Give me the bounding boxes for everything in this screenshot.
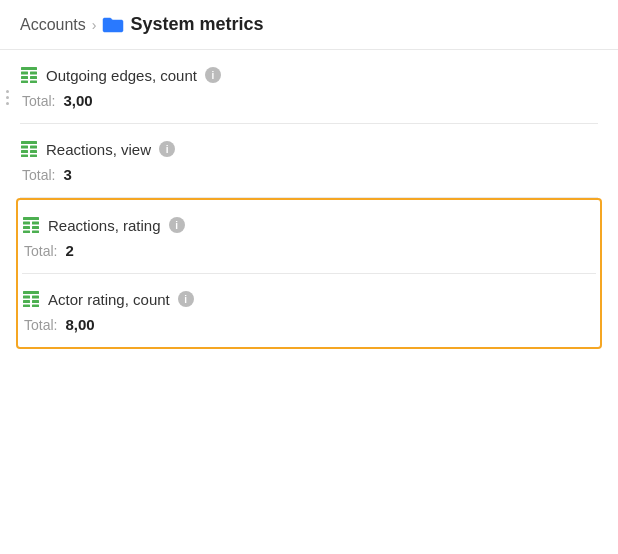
drag-handle[interactable] <box>6 90 9 105</box>
metric-total: Total: 8,00 <box>22 316 596 333</box>
metric-name: Reactions, view <box>46 141 151 158</box>
svg-rect-14 <box>23 217 39 220</box>
metric-total-label: Total: <box>24 317 57 333</box>
svg-rect-8 <box>21 146 28 149</box>
svg-rect-21 <box>23 291 39 294</box>
metric-table-icon <box>20 66 38 84</box>
metric-header: Reactions, view i <box>20 140 598 158</box>
metric-total-value: 3,00 <box>63 92 92 109</box>
svg-rect-27 <box>32 305 39 308</box>
svg-rect-20 <box>32 231 39 234</box>
metric-item-outgoing-edges: Outgoing edges, count i Total: 3,00 <box>20 50 598 124</box>
breadcrumb: Accounts › System metrics <box>0 0 618 50</box>
info-icon[interactable]: i <box>205 67 221 83</box>
svg-rect-5 <box>21 81 28 84</box>
metric-table-icon <box>22 216 40 234</box>
svg-rect-18 <box>32 226 39 229</box>
metric-name: Outgoing edges, count <box>46 67 197 84</box>
metrics-content: Outgoing edges, count i Total: 3,00 <box>0 50 618 349</box>
metric-table-icon <box>20 140 38 158</box>
metric-name: Actor rating, count <box>48 291 170 308</box>
svg-rect-4 <box>30 76 37 79</box>
content-wrapper: Outgoing edges, count i Total: 3,00 <box>0 50 618 349</box>
metric-total: Total: 2 <box>22 242 596 259</box>
svg-rect-2 <box>30 72 37 75</box>
metric-total: Total: 3 <box>20 166 598 183</box>
highlighted-metrics-box: Reactions, rating i Total: 2 <box>16 198 602 349</box>
svg-rect-24 <box>23 300 30 303</box>
svg-rect-10 <box>21 150 28 153</box>
breadcrumb-separator: › <box>92 17 97 33</box>
svg-rect-16 <box>32 222 39 225</box>
drag-dot <box>6 90 9 93</box>
svg-rect-26 <box>23 305 30 308</box>
info-icon[interactable]: i <box>159 141 175 157</box>
metric-table-icon <box>22 290 40 308</box>
svg-rect-3 <box>21 76 28 79</box>
metric-total-value: 8,00 <box>65 316 94 333</box>
info-icon[interactable]: i <box>169 217 185 233</box>
svg-rect-11 <box>30 150 37 153</box>
breadcrumb-current-title: System metrics <box>130 14 263 35</box>
drag-dot <box>6 102 9 105</box>
metric-total-label: Total: <box>24 243 57 259</box>
svg-rect-19 <box>23 231 30 234</box>
folder-icon <box>102 16 124 33</box>
info-icon[interactable]: i <box>178 291 194 307</box>
svg-rect-9 <box>30 146 37 149</box>
metric-total-value: 3 <box>63 166 71 183</box>
metric-total: Total: 3,00 <box>20 92 598 109</box>
svg-rect-15 <box>23 222 30 225</box>
svg-rect-1 <box>21 72 28 75</box>
metric-total-label: Total: <box>22 93 55 109</box>
svg-rect-13 <box>30 155 37 158</box>
metric-item-reactions-rating: Reactions, rating i Total: 2 <box>22 200 596 274</box>
metric-header: Actor rating, count i <box>22 290 596 308</box>
metric-header: Outgoing edges, count i <box>20 66 598 84</box>
metric-name: Reactions, rating <box>48 217 161 234</box>
metric-total-label: Total: <box>22 167 55 183</box>
svg-rect-6 <box>30 81 37 84</box>
svg-rect-17 <box>23 226 30 229</box>
metric-item-actor-rating: Actor rating, count i Total: 8,00 <box>22 274 596 347</box>
metric-total-value: 2 <box>65 242 73 259</box>
svg-rect-23 <box>32 296 39 299</box>
svg-rect-12 <box>21 155 28 158</box>
metric-header: Reactions, rating i <box>22 216 596 234</box>
drag-dot <box>6 96 9 99</box>
breadcrumb-accounts-link[interactable]: Accounts <box>20 16 86 34</box>
metric-item-reactions-view: Reactions, view i Total: 3 <box>20 124 598 198</box>
svg-rect-22 <box>23 296 30 299</box>
page-container: Accounts › System metrics <box>0 0 618 554</box>
svg-rect-7 <box>21 141 37 144</box>
svg-rect-0 <box>21 67 37 70</box>
svg-rect-25 <box>32 300 39 303</box>
